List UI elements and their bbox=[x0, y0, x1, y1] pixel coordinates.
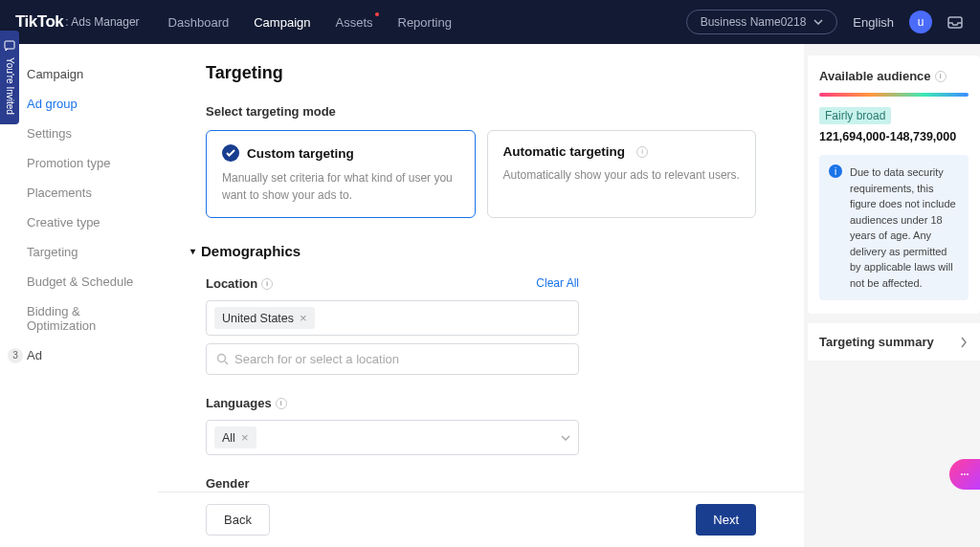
mode-section-label: Select targeting mode bbox=[206, 104, 756, 119]
sidebar-item-placements[interactable]: Placements bbox=[0, 178, 158, 208]
top-navigation: TikTok : Ads Manager Dashboard Campaign … bbox=[0, 0, 980, 44]
info-icon[interactable]: i bbox=[276, 398, 287, 409]
location-label: Location i bbox=[206, 276, 273, 291]
avatar[interactable]: u bbox=[909, 11, 932, 33]
step-number: 3 bbox=[8, 348, 23, 363]
remove-chip-icon[interactable]: × bbox=[241, 430, 249, 445]
audience-range: 121,694,000-148,739,000 bbox=[819, 130, 969, 143]
mode-desc: Manually set criteria for what kind of u… bbox=[222, 169, 459, 204]
svg-point-4 bbox=[964, 473, 966, 475]
location-chip-box[interactable]: United States × bbox=[206, 300, 579, 336]
svg-point-2 bbox=[218, 355, 226, 362]
sidebar-item-settings[interactable]: Settings bbox=[0, 119, 158, 148]
languages-label: Languages i bbox=[206, 396, 756, 410]
back-button[interactable]: Back bbox=[206, 504, 270, 536]
demographics-toggle[interactable]: ▾ Demographics bbox=[190, 243, 756, 259]
chevron-down-icon bbox=[813, 19, 823, 25]
info-icon[interactable]: i bbox=[636, 146, 648, 158]
page-title: Targeting bbox=[206, 63, 756, 83]
audience-title: Available audience i bbox=[819, 69, 969, 83]
business-selector[interactable]: Business Name0218 bbox=[686, 10, 838, 34]
svg-rect-1 bbox=[5, 41, 14, 49]
nav-campaign[interactable]: Campaign bbox=[254, 15, 310, 30]
nav-reporting[interactable]: Reporting bbox=[398, 15, 452, 30]
languages-select[interactable]: All × bbox=[206, 420, 579, 455]
mode-automatic-targeting[interactable]: Automatic targeting i Automatically show… bbox=[487, 130, 757, 218]
nav-dashboard[interactable]: Dashboard bbox=[168, 15, 230, 30]
search-icon bbox=[216, 353, 229, 365]
sidebar-item-campaign[interactable]: Campaign bbox=[0, 59, 158, 89]
sidebar-item-bidding-optimization[interactable]: Bidding & Optimization bbox=[0, 296, 158, 340]
next-button[interactable]: Next bbox=[696, 504, 756, 536]
targeting-summary-toggle[interactable]: Targeting summary bbox=[808, 323, 980, 361]
mode-custom-targeting[interactable]: Custom targeting Manually set criteria f… bbox=[206, 130, 476, 218]
chat-launcher[interactable] bbox=[949, 459, 980, 490]
remove-chip-icon[interactable]: × bbox=[300, 311, 307, 325]
sidebar-item-ad[interactable]: 3 Ad bbox=[0, 340, 158, 370]
caret-down-icon: ▾ bbox=[190, 246, 195, 256]
audience-tag: Fairly broad bbox=[819, 107, 891, 124]
chevron-down-icon bbox=[561, 435, 570, 441]
logo: TikTok bbox=[15, 12, 63, 32]
sidebar-item-promotion-type[interactable]: Promotion type bbox=[0, 148, 158, 178]
chevron-icon bbox=[959, 336, 969, 349]
check-icon bbox=[222, 144, 239, 162]
location-chip: United States × bbox=[214, 307, 315, 329]
svg-point-5 bbox=[967, 473, 969, 475]
sidebar: Campaign Ad group Settings Promotion typ… bbox=[0, 44, 158, 547]
svg-point-3 bbox=[961, 473, 963, 475]
logo-subtitle: : Ads Manager bbox=[65, 15, 139, 29]
location-search[interactable]: Search for or select a location bbox=[206, 343, 579, 375]
notification-dot bbox=[375, 12, 379, 16]
sidebar-item-adgroup[interactable]: Ad group bbox=[0, 89, 158, 119]
nav-assets[interactable]: Assets bbox=[335, 15, 372, 30]
audience-disclaimer: i Due to data security requirements, thi… bbox=[819, 155, 969, 300]
audience-meter bbox=[819, 93, 969, 97]
language-selector[interactable]: English bbox=[853, 15, 894, 30]
gender-label: Gender bbox=[206, 476, 756, 491]
info-icon[interactable]: i bbox=[261, 278, 273, 290]
sidebar-item-creative-type[interactable]: Creative type bbox=[0, 208, 158, 237]
feedback-tab[interactable]: You're Invited bbox=[0, 31, 19, 124]
main-content: Targeting Select targeting mode Custom t… bbox=[158, 44, 804, 547]
clear-all-link[interactable]: Clear All bbox=[536, 276, 579, 300]
footer-bar: Back Next bbox=[158, 492, 804, 547]
inbox-icon[interactable] bbox=[946, 12, 965, 32]
sidebar-item-targeting[interactable]: Targeting bbox=[0, 237, 158, 267]
language-chip: All × bbox=[214, 427, 256, 449]
info-icon[interactable]: i bbox=[935, 71, 947, 82]
sidebar-item-budget-schedule[interactable]: Budget & Schedule bbox=[0, 267, 158, 296]
mode-desc: Automatically show your ads to relevant … bbox=[503, 166, 741, 184]
chat-icon bbox=[958, 468, 971, 481]
chat-icon bbox=[4, 40, 15, 52]
info-icon: i bbox=[829, 164, 842, 178]
